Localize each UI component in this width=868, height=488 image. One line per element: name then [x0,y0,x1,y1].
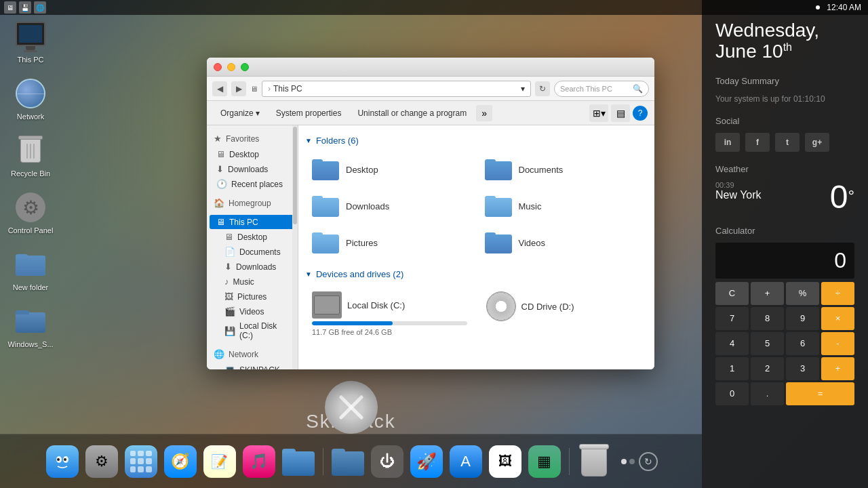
sidebar-item-skinpack[interactable]: 💻 SKINPACK [210,363,295,369]
device-item-localdisk[interactable]: Local Disk (C:) 11.7 GB free of 24.6 GB [305,286,474,342]
dock-item-safari[interactable]: 🧭 [163,444,198,479]
osx-logo[interactable] [325,381,378,434]
calc-dot-button[interactable]: . [751,382,784,405]
toolbar-more-button[interactable]: » [476,105,492,121]
social-label: Social [702,110,868,129]
view-toggle-button[interactable]: ⊞▾ [589,104,608,122]
windows-s-icon [14,305,47,338]
calc-plus-minus-button[interactable]: + [751,282,784,305]
calc-0-button[interactable]: 0 [715,382,749,405]
finder-icon [46,445,79,478]
calc-2-button[interactable]: 2 [751,357,784,380]
dock-item-folder2[interactable] [330,444,366,479]
sidebar-sub-videos[interactable]: 🎬 Videos [210,304,295,319]
dock-item-appstore[interactable]: A [448,444,484,479]
twitter-button[interactable]: t [775,133,800,152]
preview-pane-button[interactable]: ▤ [611,104,630,122]
calc-6-button[interactable]: 6 [786,332,819,355]
menu-icon-2[interactable]: 💾 [19,1,31,14]
calc-equals-button[interactable]: = [786,382,854,405]
downloads-folder-icon: ⬇ [216,164,224,174]
calc-clear-button[interactable]: C [715,282,749,305]
calc-subtract-button[interactable]: - [821,332,854,355]
address-path[interactable]: › This PC ▾ [262,81,531,97]
dock-item-launchpad[interactable] [123,444,159,479]
calc-5-button[interactable]: 5 [751,332,784,355]
folder-item-desktop[interactable]: Desktop [305,152,475,186]
back-button[interactable]: ◀ [212,81,227,96]
organize-button[interactable]: Organize ▾ [214,104,267,122]
calc-8-button[interactable]: 8 [751,307,784,330]
close-button[interactable] [214,63,222,71]
calc-3-button[interactable]: 3 [786,357,819,380]
sidebar-sub-downloads[interactable]: ⬇ Downloads [210,260,295,274]
system-properties-button[interactable]: System properties [269,104,349,122]
calc-grid: C + % ÷ 7 8 9 × 4 5 6 - 1 2 3 + 0 . = [715,282,854,405]
dock-item-music[interactable]: 🎵 [241,444,277,479]
desktop-icon-control-panel[interactable]: ⚙ Control Panel [7,191,54,235]
menu-icon-1[interactable]: 🖥 [4,1,16,14]
linkedin-button[interactable]: in [715,133,740,152]
dropdown-arrow[interactable]: ▾ [521,84,525,94]
calc-7-button[interactable]: 7 [715,307,749,330]
calc-divide-button[interactable]: ÷ [821,282,854,305]
sidebar-homegroup-header[interactable]: 🏠 Homegroup [207,195,298,211]
recent-places-icon: 🕐 [216,179,227,189]
folder-small-shape [16,252,45,277]
sidebar-item-thispc[interactable]: 🖥 This PC [210,215,295,229]
dock-item-dashboard[interactable]: ▦ [527,444,562,479]
sidebar-sub-localdisk[interactable]: 💾 Local Disk (C:) [210,319,295,342]
desktop-icon-network[interactable]: Network [7,77,54,121]
folder-item-music[interactable]: Music [478,189,648,223]
sidebar-network-header[interactable]: 🌐 Network [207,346,298,362]
help-button[interactable]: ? [633,106,648,121]
folder-item-downloads[interactable]: Downloads [305,189,475,223]
sidebar-sub-desktop[interactable]: 🖥 Desktop [210,230,295,244]
dock-item-folder1[interactable] [281,444,316,479]
calc-percent-button[interactable]: % [786,282,819,305]
sidebar-item-desktop[interactable]: 🖥 Desktop [210,147,295,161]
google-plus-button[interactable]: g+ [805,133,829,152]
dock-item-finder[interactable] [45,444,80,479]
desktop-icon-this-pc[interactable]: This PC [7,20,54,64]
calc-4-button[interactable]: 4 [715,332,749,355]
desktop-icon-recycle-bin[interactable]: Recycle Bin [7,134,54,178]
sidebar-item-recent[interactable]: 🕐 Recent places [210,177,295,191]
dock-item-photos[interactable]: 🖼 [488,444,523,479]
device-item-cddrive[interactable]: CD Drive (D:) [479,286,648,342]
sidebar-sub-documents[interactable]: 📄 Documents [210,245,295,259]
scrollbar-track[interactable] [292,125,298,369]
maximize-button[interactable] [241,63,249,71]
calc-multiply-button[interactable]: × [821,307,854,330]
folder-item-pictures[interactable]: Pictures [305,226,475,260]
scrollbar-thumb[interactable] [293,127,297,224]
sidebar-sub-music[interactable]: ♪ Music [210,274,295,289]
dock-item-trash[interactable] [576,444,612,479]
refresh-button[interactable]: ↻ [535,81,550,96]
dock-item-notes[interactable]: 📝 [202,444,237,479]
skinpack-label: SKINPACK [239,365,280,370]
calc-add-button[interactable]: + [821,357,854,380]
minimize-button[interactable] [227,63,235,71]
sidebar-sub-pictures[interactable]: 🖼 Pictures [210,289,295,304]
trash-line-3 [33,144,35,159]
folders-section-header: ▼ Folders (6) [305,136,648,146]
search-box[interactable]: Search This PC 🔍 [554,81,649,97]
facebook-button[interactable]: f [745,133,770,152]
desktop-icon-new-folder[interactable]: New folder [7,248,54,291]
dock-item-rocket[interactable]: 🚀 [409,444,444,479]
folder-item-documents[interactable]: Documents [478,152,648,186]
sidebar-favorites-header[interactable]: ★ Favorites [207,131,298,146]
dock-item-power[interactable]: ⏻ [370,444,405,479]
forward-button[interactable]: ▶ [231,81,246,96]
menu-icon-3[interactable]: 🌐 [34,1,46,14]
dock-item-system-prefs[interactable]: ⚙ [84,444,119,479]
calc-1-button[interactable]: 1 [715,357,749,380]
desktop-icon-windows-s[interactable]: Windows_S... [7,305,54,348]
sidebar-item-downloads[interactable]: ⬇ Downloads [210,162,295,176]
dock-expand-button[interactable]: ↻ [639,452,658,471]
folder-item-videos[interactable]: Videos [478,226,648,260]
sidebar-thispc-section: 🖥 This PC 🖥 Desktop 📄 Documents ⬇ Downlo… [207,215,298,342]
uninstall-button[interactable]: Uninstall or change a program [351,104,473,122]
calc-9-button[interactable]: 9 [786,307,819,330]
